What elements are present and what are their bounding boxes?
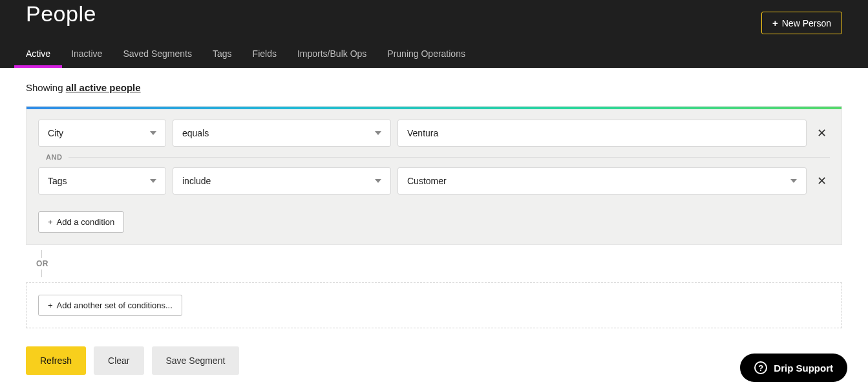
chevron-down-icon	[790, 179, 797, 183]
value-text: Ventura	[407, 128, 438, 138]
tab-fields[interactable]: Fields	[253, 48, 277, 68]
operator-value: equals	[182, 128, 209, 138]
add-condition-label: Add a condition	[57, 217, 115, 227]
page-title: People	[26, 0, 96, 26]
showing-link[interactable]: all active people	[66, 82, 141, 93]
operator-value: include	[182, 176, 211, 186]
new-person-label: New Person	[782, 18, 831, 28]
divider-line	[69, 157, 830, 158]
save-segment-button[interactable]: Save Segment	[152, 346, 240, 375]
remove-condition-button[interactable]: ✕	[813, 126, 830, 140]
connector-line	[41, 269, 42, 277]
operator-select[interactable]: include	[173, 167, 391, 195]
close-icon: ✕	[817, 174, 827, 187]
action-buttons: Refresh Clear Save Segment	[26, 346, 842, 375]
showing-prefix: Showing	[26, 82, 66, 93]
field-select[interactable]: City	[38, 120, 166, 147]
tab-active[interactable]: Active	[26, 48, 50, 68]
segment-conditions-box: City equals Ventura ✕ AND Tags	[26, 106, 842, 245]
add-set-label: Add another set of conditions...	[57, 301, 173, 310]
plus-icon: +	[48, 301, 53, 310]
value-select[interactable]: Customer	[397, 167, 807, 195]
or-label: OR	[36, 259, 842, 268]
clear-button[interactable]: Clear	[94, 346, 143, 375]
support-button[interactable]: ? Drip Support	[740, 354, 847, 382]
or-connector: OR	[41, 245, 842, 282]
help-icon: ?	[754, 361, 767, 374]
main-content: Showing all active people City equals Ve…	[0, 68, 868, 391]
remove-condition-button[interactable]: ✕	[813, 174, 830, 188]
field-select[interactable]: Tags	[38, 167, 166, 195]
tab-imports-bulk-ops[interactable]: Imports/Bulk Ops	[297, 48, 366, 68]
chevron-down-icon	[375, 131, 381, 135]
value-input[interactable]: Ventura	[397, 120, 807, 147]
condition-row: Tags include Customer ✕	[38, 167, 830, 195]
gradient-bar	[26, 107, 842, 109]
tab-pruning-operations[interactable]: Pruning Operations	[387, 48, 465, 68]
connector-line	[41, 250, 42, 258]
or-conditions-box: + Add another set of conditions...	[26, 282, 842, 328]
refresh-button[interactable]: Refresh	[26, 346, 86, 375]
operator-select[interactable]: equals	[173, 120, 391, 147]
condition-row: City equals Ventura ✕	[38, 120, 830, 147]
plus-icon: +	[772, 17, 778, 28]
and-divider: AND	[46, 153, 830, 161]
tab-saved-segments[interactable]: Saved Segments	[123, 48, 192, 68]
and-label: AND	[46, 153, 62, 161]
value-text: Customer	[407, 176, 447, 186]
chevron-down-icon	[375, 179, 381, 183]
chevron-down-icon	[150, 179, 156, 183]
support-label: Drip Support	[774, 363, 833, 374]
tab-tags[interactable]: Tags	[213, 48, 232, 68]
close-icon: ✕	[817, 127, 827, 140]
plus-icon: +	[48, 217, 53, 227]
field-value: Tags	[48, 176, 67, 186]
add-condition-set-button[interactable]: + Add another set of conditions...	[38, 295, 182, 316]
page-header: People + New Person Active Inactive Save…	[0, 0, 868, 68]
new-person-button[interactable]: + New Person	[761, 12, 842, 34]
field-value: City	[48, 128, 63, 138]
add-condition-button[interactable]: + Add a condition	[38, 211, 124, 233]
chevron-down-icon	[150, 131, 156, 135]
showing-text: Showing all active people	[26, 82, 842, 93]
tab-inactive[interactable]: Inactive	[71, 48, 102, 68]
tabs-nav: Active Inactive Saved Segments Tags Fiel…	[26, 48, 842, 68]
